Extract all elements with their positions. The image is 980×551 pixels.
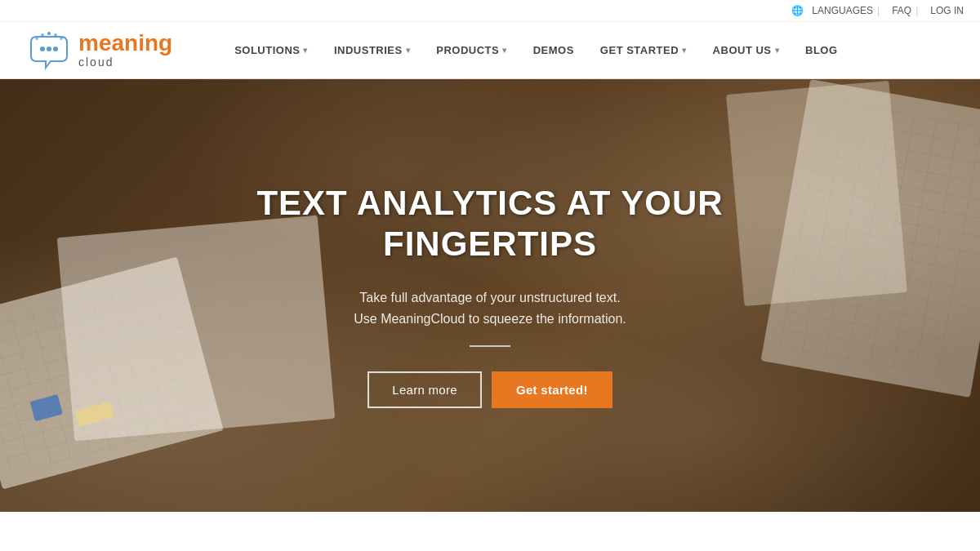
nav-blog[interactable]: BLOG <box>792 22 851 79</box>
chevron-down-icon: ▾ <box>775 46 780 55</box>
hero-section: TEXT ANALYTICS AT YOUR FINGERTIPS Take f… <box>0 79 980 512</box>
globe-icon: 🌐 <box>791 5 804 16</box>
languages-link[interactable]: LANGUAGES <box>812 5 873 16</box>
hero-content: TEXT ANALYTICS AT YOUR FINGERTIPS Take f… <box>204 167 776 425</box>
chevron-down-icon: ▾ <box>682 46 687 55</box>
svg-point-6 <box>47 47 51 51</box>
logo-text: meaning cloud <box>78 31 172 69</box>
hero-divider <box>470 345 510 347</box>
logo-icon <box>24 30 74 71</box>
chevron-down-icon: ▾ <box>406 46 411 55</box>
calendar-highlight <box>30 394 63 421</box>
svg-point-7 <box>53 47 58 51</box>
get-started-button[interactable]: Get started! <box>492 371 612 408</box>
nav-about-us[interactable]: ABOUT US ▾ <box>700 22 792 79</box>
logo-meaning: meaning <box>78 31 172 56</box>
separator-1: | <box>877 5 880 16</box>
nav-get-started[interactable]: GET STARTED ▾ <box>587 22 700 79</box>
learn-more-button[interactable]: Learn more <box>368 371 482 408</box>
hero-title: TEXT ANALYTICS AT YOUR FINGERTIPS <box>220 183 760 265</box>
login-link[interactable]: LOG IN <box>930 5 964 16</box>
nav-solutions[interactable]: SOLUTIONS ▾ <box>221 22 321 79</box>
logo-area[interactable]: meaning cloud <box>24 30 172 71</box>
logo-cloud: cloud <box>78 56 172 69</box>
nav-products[interactable]: PRODUCTS ▾ <box>423 22 519 79</box>
top-bar: 🌐 LANGUAGES | FAQ | LOG IN <box>0 0 980 22</box>
svg-point-5 <box>40 47 45 51</box>
svg-point-2 <box>47 32 51 35</box>
chevron-down-icon: ▾ <box>502 46 507 55</box>
faq-link[interactable]: FAQ <box>892 5 911 16</box>
chevron-down-icon: ▾ <box>303 46 308 55</box>
main-nav: SOLUTIONS ▾ INDUSTRIES ▾ PRODUCTS ▾ DEMO… <box>221 22 956 79</box>
separator-2: | <box>915 5 918 16</box>
main-header: meaning cloud SOLUTIONS ▾ INDUSTRIES ▾ P… <box>0 22 980 79</box>
nav-industries[interactable]: INDUSTRIES ▾ <box>321 22 423 79</box>
hero-buttons: Learn more Get started! <box>220 371 760 408</box>
hero-subtitle: Take full advantage of your unstructured… <box>220 287 760 329</box>
nav-demos[interactable]: DEMOS <box>520 22 587 79</box>
